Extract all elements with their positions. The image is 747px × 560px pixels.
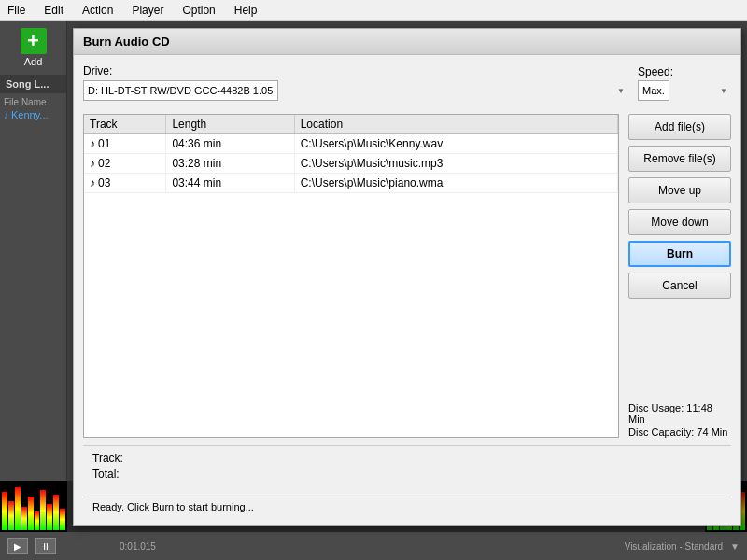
- music-note-icon: ♪: [90, 137, 95, 150]
- col-length: Length: [166, 115, 294, 134]
- dialog-body: Drive: D: HL-DT-ST RW/DVD GCC-4482B 1.05…: [74, 55, 740, 525]
- disc-capacity-label: Disc Capacity:: [628, 427, 694, 438]
- drive-select[interactable]: D: HL-DT-ST RW/DVD GCC-4482B 1.05: [83, 80, 278, 101]
- dialog-title-bar: Burn Audio CD: [74, 29, 740, 55]
- play-button[interactable]: ▶: [7, 538, 28, 554]
- total-label: Total:: [92, 468, 120, 481]
- menu-bar: File Edit Action Player Option Help: [0, 0, 747, 21]
- vis-bar: [28, 497, 34, 530]
- dialog-buttons-panel: Add file(s) Remove file(s) Move up Move …: [619, 114, 731, 438]
- track-location: C:\Users\p\Music\piano.wma: [294, 174, 617, 193]
- drive-section: Drive: D: HL-DT-ST RW/DVD GCC-4482B 1.05: [83, 64, 638, 101]
- track-label: Track:: [92, 452, 123, 465]
- disc-usage-label: Disc Usage:: [628, 402, 684, 413]
- vis-bar: [35, 511, 40, 530]
- vis-bar: [47, 504, 52, 530]
- table-row[interactable]: ♪01 04:36 min C:\Users\p\Music\Kenny.wav: [84, 134, 618, 154]
- dialog-table-area: Track Length Location ♪01 04:36 min C:\U…: [83, 114, 619, 438]
- track-total-section: Track: Total:: [83, 445, 731, 489]
- track-number: ♪01: [84, 134, 166, 154]
- music-note-icon: ♪: [4, 110, 8, 120]
- add-label: Add: [24, 56, 43, 67]
- sidebar: + Add Song L... File Name ♪ Kenny...: [0, 21, 67, 532]
- track-length: 04:36 min: [166, 134, 294, 154]
- add-icon: +: [21, 28, 47, 54]
- table-row[interactable]: ♪02 03:28 min C:\Users\p\Music\music.mp3: [84, 154, 618, 174]
- track-length: 03:44 min: [166, 174, 294, 193]
- table-header-row: Track Length Location: [84, 115, 618, 134]
- table-row[interactable]: ♪03 03:44 min C:\Users\p\Music\piano.wma: [84, 174, 618, 193]
- time-display: 0:01.015: [120, 541, 156, 552]
- dialog-title: Burn Audio CD: [83, 35, 170, 49]
- track-location: C:\Users\p\Music\music.mp3: [294, 154, 617, 174]
- move-down-button[interactable]: Move down: [628, 209, 731, 235]
- vis-bar: [8, 501, 14, 530]
- burn-audio-cd-dialog: Burn Audio CD Drive: D: HL-DT-ST RW/DVD …: [73, 28, 741, 526]
- file-table: Track Length Location ♪01 04:36 min C:\U…: [84, 115, 618, 193]
- music-note-icon: ♪: [90, 157, 95, 170]
- menu-file[interactable]: File: [4, 2, 29, 19]
- status-bar: Ready. Click Burn to start burning...: [83, 497, 731, 516]
- drive-label: Drive:: [83, 64, 112, 77]
- header-row: Drive: D: HL-DT-ST RW/DVD GCC-4482B 1.05…: [83, 64, 731, 101]
- menu-player[interactable]: Player: [128, 2, 167, 19]
- speed-label: Speed:: [638, 65, 673, 78]
- song-list-content: File Name ♪ Kenny...: [0, 93, 66, 124]
- drive-select-wrapper: D: HL-DT-ST RW/DVD GCC-4482B 1.05: [83, 80, 628, 101]
- total-row: Total:: [92, 468, 722, 481]
- song-list-label: Song L...: [0, 75, 66, 93]
- vis-bar: [60, 509, 65, 530]
- menu-option[interactable]: Option: [178, 2, 218, 19]
- file-table-container: Track Length Location ♪01 04:36 min C:\U…: [83, 114, 619, 438]
- vis-bar: [53, 495, 59, 530]
- vis-bar: [21, 507, 27, 531]
- speed-section: Speed: Max.: [638, 65, 731, 101]
- track-number: ♪03: [84, 174, 166, 193]
- track-number: ♪02: [84, 154, 166, 174]
- visualization-label: Visualization - Standard: [625, 541, 723, 552]
- visualizer-left: [0, 481, 67, 532]
- music-note-icon: ♪: [90, 176, 95, 189]
- pause-button[interactable]: ⏸: [35, 538, 56, 554]
- add-button[interactable]: + Add: [0, 21, 66, 75]
- bottom-transport-bar: ▶ ⏸ 0:01.015 Visualization - Standard ▼: [0, 532, 747, 560]
- track-row: Track:: [92, 452, 722, 465]
- add-files-button[interactable]: Add file(s): [628, 114, 731, 140]
- file-name-header: File Name: [4, 97, 63, 107]
- disc-capacity-value: 74 Min: [697, 427, 727, 438]
- dialog-overlay: Burn Audio CD Drive: D: HL-DT-ST RW/DVD …: [67, 21, 747, 532]
- vis-dropdown-icon[interactable]: ▼: [730, 541, 740, 552]
- disc-info: Disc Usage: 11:48 Min Disc Capacity: 74 …: [628, 397, 731, 438]
- song-file-name: Kenny...: [11, 109, 49, 120]
- burn-button[interactable]: Burn: [628, 241, 731, 267]
- cancel-button[interactable]: Cancel: [628, 273, 731, 299]
- dialog-content-row: Track Length Location ♪01 04:36 min C:\U…: [83, 114, 731, 438]
- speed-select[interactable]: Max.: [638, 80, 669, 101]
- status-text: Ready. Click Burn to start burning...: [92, 501, 254, 512]
- menu-help[interactable]: Help: [231, 2, 261, 19]
- vis-bar: [2, 492, 7, 530]
- song-file-item[interactable]: ♪ Kenny...: [4, 109, 63, 120]
- remove-files-button[interactable]: Remove file(s): [628, 146, 731, 172]
- col-location: Location: [294, 115, 617, 134]
- move-up-button[interactable]: Move up: [628, 177, 731, 203]
- menu-edit[interactable]: Edit: [40, 2, 67, 19]
- col-track: Track: [84, 115, 166, 134]
- vis-bar: [15, 487, 21, 530]
- track-location: C:\Users\p\Music\Kenny.wav: [294, 134, 617, 154]
- vis-bar: [40, 490, 46, 530]
- track-length: 03:28 min: [166, 154, 294, 174]
- menu-action[interactable]: Action: [78, 2, 117, 19]
- speed-select-wrapper: Max.: [638, 80, 731, 101]
